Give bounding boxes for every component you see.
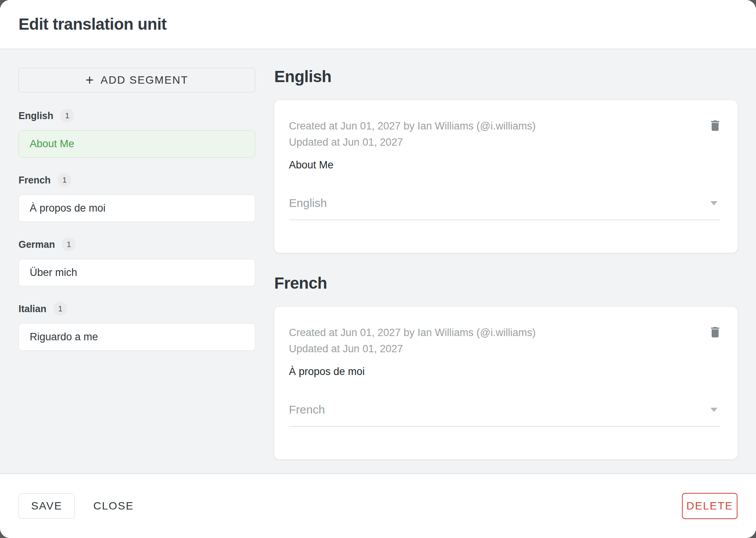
add-segment-label: ADD SEGMENT bbox=[101, 74, 188, 86]
trash-icon bbox=[708, 325, 722, 339]
lang-group-header: French 1 bbox=[19, 173, 255, 187]
screen-backdrop: Edit translation unit + ADD SEGMENT Engl… bbox=[0, 0, 756, 538]
segment-details-panel: English Created at Jun 01, 2027 by Ian W… bbox=[274, 68, 737, 455]
segment-item-italian[interactable]: Riguardo a me bbox=[19, 323, 255, 351]
created-at-line: Created at Jun 01, 2027 by Ian Williams … bbox=[289, 118, 720, 134]
lang-group-french: French 1 À propos de moi bbox=[19, 173, 255, 222]
section-heading-english: English bbox=[274, 68, 737, 86]
segment-item-english[interactable]: About Me bbox=[19, 130, 255, 158]
segment-text-input[interactable]: About Me bbox=[289, 158, 655, 172]
close-button[interactable]: CLOSE bbox=[89, 493, 138, 519]
segments-sidebar: + ADD SEGMENT English 1 About Me French … bbox=[19, 68, 255, 455]
updated-at-line: Updated at Jun 01, 2027 bbox=[289, 134, 720, 150]
segment-text-input[interactable]: À propos de moi bbox=[289, 365, 655, 378]
save-button[interactable]: SAVE bbox=[19, 493, 75, 519]
language-select-value: English bbox=[289, 197, 710, 210]
lang-label: Italian bbox=[19, 303, 46, 314]
updated-at-line: Updated at Jun 01, 2027 bbox=[289, 341, 720, 357]
dialog-title: Edit translation unit bbox=[19, 15, 167, 34]
lang-group-english: English 1 About Me bbox=[19, 109, 255, 158]
segment-count-badge: 1 bbox=[62, 237, 76, 251]
dialog-body: + ADD SEGMENT English 1 About Me French … bbox=[0, 49, 756, 473]
plus-icon: + bbox=[86, 73, 94, 87]
trash-icon bbox=[708, 119, 722, 133]
created-at-line: Created at Jun 01, 2027 by Ian Williams … bbox=[289, 324, 720, 341]
segment-count-badge: 1 bbox=[53, 302, 67, 316]
dialog-header: Edit translation unit bbox=[0, 0, 756, 49]
delete-segment-button[interactable] bbox=[707, 324, 724, 341]
chevron-down-icon bbox=[710, 201, 717, 205]
lang-group-header: German 1 bbox=[19, 237, 255, 251]
lang-label: English bbox=[19, 110, 53, 121]
lang-group-german: German 1 Über mich bbox=[19, 237, 255, 286]
lang-group-header: Italian 1 bbox=[19, 302, 255, 316]
delete-button[interactable]: DELETE bbox=[682, 493, 737, 519]
segment-item-french[interactable]: À propos de moi bbox=[19, 195, 255, 222]
lang-group-italian: Italian 1 Riguardo a me bbox=[19, 302, 255, 351]
section-heading-french: French bbox=[274, 274, 737, 292]
segment-card-french: Created at Jun 01, 2027 by Ian Williams … bbox=[274, 307, 737, 459]
segment-card-english: Created at Jun 01, 2027 by Ian Williams … bbox=[274, 100, 737, 253]
add-segment-button[interactable]: + ADD SEGMENT bbox=[19, 68, 255, 92]
edit-translation-unit-dialog: Edit translation unit + ADD SEGMENT Engl… bbox=[0, 0, 756, 538]
segment-count-badge: 1 bbox=[60, 109, 74, 123]
segment-item-german[interactable]: Über mich bbox=[19, 259, 255, 286]
language-select[interactable]: French bbox=[289, 403, 720, 427]
chevron-down-icon bbox=[710, 408, 717, 412]
segment-count-badge: 1 bbox=[57, 173, 71, 187]
language-select[interactable]: English bbox=[289, 197, 720, 220]
dialog-footer: SAVE CLOSE DELETE bbox=[0, 473, 756, 538]
lang-label: German bbox=[19, 239, 55, 250]
lang-group-header: English 1 bbox=[19, 109, 255, 123]
delete-segment-button[interactable] bbox=[707, 117, 724, 134]
language-select-value: French bbox=[289, 403, 710, 416]
lang-label: French bbox=[19, 175, 51, 186]
